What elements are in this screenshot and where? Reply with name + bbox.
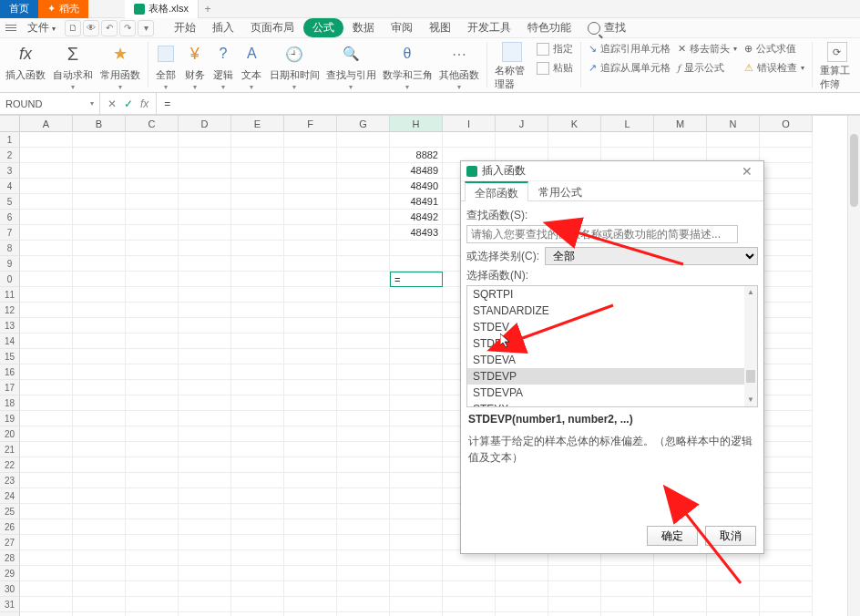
select-all-corner[interactable]: [0, 116, 20, 132]
cell-O2[interactable]: [760, 148, 813, 163]
row-header[interactable]: 32: [0, 612, 20, 616]
name-box[interactable]: ROUND▾: [0, 93, 100, 114]
cell-G7[interactable]: [337, 225, 390, 241]
cell-D28[interactable]: [179, 550, 231, 566]
cell-G26[interactable]: [337, 519, 390, 535]
cell-O21[interactable]: [760, 442, 813, 457]
cell-O5[interactable]: [760, 194, 813, 210]
cell-E3[interactable]: [231, 163, 284, 179]
rib-paste[interactable]: 粘贴: [537, 61, 573, 75]
menu-start[interactable]: 开始: [167, 18, 203, 37]
cell-D32[interactable]: [179, 612, 231, 616]
cell-D31[interactable]: [179, 597, 231, 612]
cell-A9[interactable]: [20, 256, 73, 272]
cell-F16[interactable]: [284, 364, 337, 380]
cell-F3[interactable]: [284, 163, 337, 179]
cell-F23[interactable]: [284, 473, 337, 488]
cell-C32[interactable]: [126, 612, 179, 616]
cell-C22[interactable]: [126, 457, 179, 473]
row-header[interactable]: 15: [0, 349, 20, 364]
cell-E21[interactable]: [231, 442, 284, 457]
cell-E18[interactable]: [231, 395, 284, 411]
cell-B4[interactable]: [73, 179, 126, 194]
cell-A13[interactable]: [20, 318, 73, 334]
cell-F28[interactable]: [284, 550, 337, 566]
cell-E17[interactable]: [231, 380, 284, 395]
cell-D25[interactable]: [179, 504, 231, 519]
cell-G6[interactable]: [337, 210, 390, 225]
cell-D4[interactable]: [179, 179, 231, 194]
rib-text[interactable]: A文本▾: [241, 42, 262, 91]
row-header[interactable]: 11: [0, 287, 20, 303]
cell-A31[interactable]: [20, 597, 73, 612]
cell-B8[interactable]: [73, 241, 126, 256]
cell-B6[interactable]: [73, 210, 126, 225]
cell-F1[interactable]: [284, 132, 337, 148]
cell-D30[interactable]: [179, 581, 231, 597]
cell-O22[interactable]: [760, 457, 813, 473]
cell-E20[interactable]: [231, 426, 284, 442]
cell-M30[interactable]: [654, 581, 707, 597]
col-header-F[interactable]: F: [284, 116, 337, 132]
cell-D27[interactable]: [179, 535, 231, 550]
cell-B30[interactable]: [73, 581, 126, 597]
cell-A17[interactable]: [20, 380, 73, 395]
col-header-L[interactable]: L: [601, 116, 654, 132]
cell-F8[interactable]: [284, 241, 337, 256]
cell-H15[interactable]: [390, 349, 443, 364]
cell-G29[interactable]: [337, 566, 390, 581]
row-header[interactable]: 1: [0, 132, 20, 148]
cell-B22[interactable]: [73, 457, 126, 473]
cell-H26[interactable]: [390, 519, 443, 535]
cell-E28[interactable]: [231, 550, 284, 566]
cell-A21[interactable]: [20, 442, 73, 457]
cell-G16[interactable]: [337, 364, 390, 380]
cell-C31[interactable]: [126, 597, 179, 612]
col-header-O[interactable]: O: [760, 116, 813, 132]
cell-M31[interactable]: [654, 597, 707, 612]
menu-file[interactable]: 文件 ▾: [20, 18, 63, 37]
dialog-titlebar[interactable]: 插入函数 ✕: [461, 161, 763, 181]
cell-O26[interactable]: [760, 519, 813, 535]
cell-D18[interactable]: [179, 395, 231, 411]
cell-B29[interactable]: [73, 566, 126, 581]
cell-J32[interactable]: [496, 612, 548, 616]
cell-B19[interactable]: [73, 411, 126, 426]
cell-A3[interactable]: [20, 163, 73, 179]
cell-A5[interactable]: [20, 194, 73, 210]
cell-D2[interactable]: [179, 148, 231, 163]
fx-icon[interactable]: fx: [140, 98, 148, 110]
cell-G17[interactable]: [337, 380, 390, 395]
cell-L29[interactable]: [601, 566, 654, 581]
cell-O25[interactable]: [760, 504, 813, 519]
col-header-N[interactable]: N: [707, 116, 760, 132]
cell-H24[interactable]: [390, 488, 443, 504]
cell-E2[interactable]: [231, 148, 284, 163]
cell-F14[interactable]: [284, 334, 337, 349]
rib-tracedep[interactable]: ↗追踪从属单元格: [589, 61, 671, 75]
cell-F20[interactable]: [284, 426, 337, 442]
cell-O17[interactable]: [760, 380, 813, 395]
cell-A15[interactable]: [20, 349, 73, 364]
cell-G30[interactable]: [337, 581, 390, 597]
rib-traceind[interactable]: ↘追踪引用单元格: [589, 42, 671, 56]
rib-removearrow[interactable]: ✕移去箭头 ▾: [678, 42, 737, 56]
cell-K31[interactable]: [548, 597, 601, 612]
cell-E15[interactable]: [231, 349, 284, 364]
cell-A8[interactable]: [20, 241, 73, 256]
cell-A19[interactable]: [20, 411, 73, 426]
cell-O6[interactable]: [760, 210, 813, 225]
cell-G5[interactable]: [337, 194, 390, 210]
cell-O7[interactable]: [760, 225, 813, 241]
cell-H14[interactable]: [390, 334, 443, 349]
cell-A11[interactable]: [20, 287, 73, 303]
tab-common-formulas[interactable]: 常用公式: [528, 181, 592, 200]
tab-all-functions[interactable]: 全部函数: [465, 181, 528, 201]
cell-B5[interactable]: [73, 194, 126, 210]
row-header[interactable]: 7: [0, 225, 20, 241]
cell-I1[interactable]: [443, 132, 496, 148]
toolbar-redo-icon[interactable]: ↷: [119, 20, 136, 36]
row-header[interactable]: 21: [0, 442, 20, 457]
cell-A10[interactable]: [20, 272, 73, 287]
cell-A25[interactable]: [20, 504, 73, 519]
